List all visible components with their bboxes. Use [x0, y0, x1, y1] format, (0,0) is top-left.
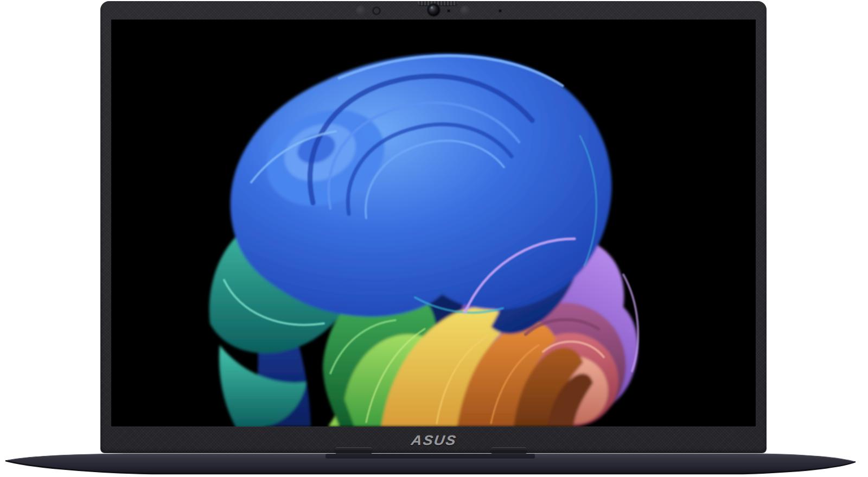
hinge-recess [326, 454, 535, 459]
microphone-dot-right [499, 10, 501, 12]
webcam-lens [428, 4, 439, 16]
microphone-dot-left [448, 10, 450, 12]
ir-illuminator [460, 5, 470, 16]
lid-lip-grip [418, 1, 457, 5]
ir-sensor [372, 7, 381, 15]
scene: ASUS [0, 0, 868, 477]
asus-logo: ASUS [394, 433, 475, 448]
display [111, 20, 756, 427]
laptop-base [0, 449, 868, 477]
bloom-wallpaper [111, 20, 756, 427]
laptop-lid: ASUS [100, 1, 767, 453]
ambient-light-sensor [356, 5, 366, 16]
